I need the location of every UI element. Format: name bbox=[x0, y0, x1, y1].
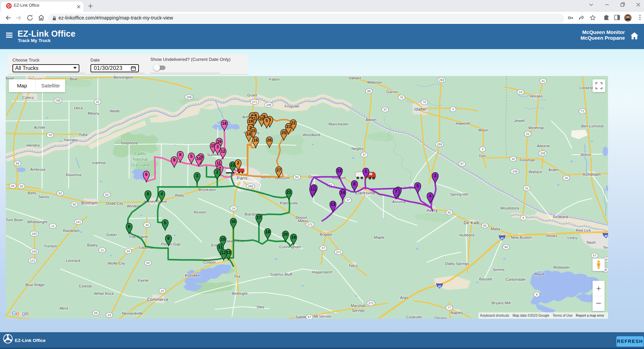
svg-text:Paris: Paris bbox=[237, 176, 248, 181]
svg-text:Alleene: Alleene bbox=[537, 144, 550, 148]
svg-text:22: 22 bbox=[291, 121, 296, 125]
svg-text:108: 108 bbox=[540, 152, 545, 155]
svg-text:3: 3 bbox=[452, 108, 454, 111]
svg-text:82: 82 bbox=[59, 192, 62, 195]
svg-text:Cookville: Cookville bbox=[406, 315, 422, 319]
svg-text:Hubbard: Hubbard bbox=[459, 233, 474, 237]
svg-text:Negley: Negley bbox=[351, 147, 364, 151]
svg-text:82: 82 bbox=[448, 211, 451, 214]
svg-text:Fallon: Fallon bbox=[269, 77, 279, 81]
svg-text:Blue: Blue bbox=[70, 77, 77, 81]
svg-text:Manchester: Manchester bbox=[329, 122, 349, 126]
svg-text:Frogville: Frogville bbox=[285, 104, 299, 108]
svg-text:White Rock: White Rock bbox=[94, 292, 114, 296]
svg-text:20: 20 bbox=[283, 232, 288, 237]
svg-text:3: 3 bbox=[217, 145, 219, 149]
svg-text:11: 11 bbox=[310, 187, 315, 192]
svg-text:1: 1 bbox=[365, 169, 367, 174]
svg-text:50: 50 bbox=[146, 261, 150, 265]
svg-text:30: 30 bbox=[604, 234, 608, 238]
svg-text:Valliant: Valliant bbox=[349, 76, 362, 80]
svg-text:16: 16 bbox=[231, 219, 236, 224]
svg-text:Wilton: Wilton bbox=[580, 153, 591, 157]
svg-text:Garvin: Garvin bbox=[386, 90, 398, 94]
svg-text:Bogata: Bogata bbox=[320, 232, 332, 236]
svg-text:Red Lick: Red Lick bbox=[576, 228, 591, 232]
svg-text:12: 12 bbox=[221, 250, 226, 255]
svg-text:70: 70 bbox=[400, 96, 403, 99]
svg-text:37: 37 bbox=[363, 153, 366, 156]
svg-text:17: 17 bbox=[257, 215, 261, 220]
svg-text:98: 98 bbox=[367, 89, 371, 93]
svg-text:Utica: Utica bbox=[74, 106, 83, 110]
svg-text:271: 271 bbox=[336, 250, 341, 254]
svg-text:Jewell: Jewell bbox=[514, 119, 525, 123]
svg-text:Sulphur Bluff: Sulphur Bluff bbox=[270, 272, 292, 276]
svg-text:259: 259 bbox=[437, 143, 442, 146]
svg-text:41: 41 bbox=[526, 132, 529, 135]
svg-text:271: 271 bbox=[368, 302, 373, 305]
svg-text:Bryans Mill: Bryans Mill bbox=[492, 301, 510, 305]
svg-text:18: 18 bbox=[222, 121, 227, 126]
svg-text:37: 37 bbox=[321, 246, 325, 250]
svg-text:Maud: Maud bbox=[535, 272, 544, 276]
svg-text:32: 32 bbox=[565, 176, 568, 180]
svg-text:271: 271 bbox=[252, 100, 257, 104]
svg-text:Malta: Malta bbox=[491, 227, 500, 231]
svg-text:9: 9 bbox=[173, 158, 176, 162]
svg-text:Haworth: Haworth bbox=[456, 121, 470, 125]
svg-text:Commerce: Commerce bbox=[147, 297, 168, 302]
svg-text:Klondike: Klondike bbox=[185, 273, 200, 277]
svg-text:Bailey: Bailey bbox=[87, 243, 98, 247]
svg-text:Foreman: Foreman bbox=[520, 158, 535, 162]
svg-text:23: 23 bbox=[286, 124, 291, 129]
svg-text:De Kalb: De Kalb bbox=[464, 221, 480, 225]
svg-text:87: 87 bbox=[460, 162, 464, 165]
svg-text:16: 16 bbox=[217, 139, 222, 144]
svg-text:30: 30 bbox=[500, 237, 504, 240]
svg-text:Idabel: Idabel bbox=[414, 107, 426, 112]
svg-text:8: 8 bbox=[353, 182, 356, 186]
svg-text:Woodstock: Woodstock bbox=[500, 206, 520, 210]
svg-text:22: 22 bbox=[96, 100, 99, 104]
svg-text:18: 18 bbox=[265, 230, 270, 234]
svg-text:Dodd City: Dodd City bbox=[106, 201, 123, 205]
svg-text:Bennington: Bennington bbox=[114, 76, 133, 79]
svg-text:69: 69 bbox=[16, 162, 19, 165]
svg-text:Redwater: Redwater bbox=[553, 265, 570, 269]
svg-text:30: 30 bbox=[438, 285, 441, 288]
svg-text:Celeste: Celeste bbox=[79, 284, 92, 288]
svg-text:82: 82 bbox=[105, 193, 109, 196]
svg-text:4: 4 bbox=[429, 194, 431, 198]
svg-text:Naples: Naples bbox=[451, 311, 463, 315]
svg-text:Whitewright: Whitewright bbox=[27, 220, 48, 224]
svg-text:26: 26 bbox=[267, 138, 272, 143]
svg-text:Yarnaby: Yarnaby bbox=[64, 138, 78, 142]
svg-text:11: 11 bbox=[216, 161, 221, 165]
svg-text:Bells: Bells bbox=[28, 191, 36, 195]
svg-text:Trenton: Trenton bbox=[44, 244, 57, 248]
svg-text:5: 5 bbox=[266, 118, 268, 123]
svg-text:Tom: Tom bbox=[479, 154, 486, 158]
svg-text:Omaha: Omaha bbox=[434, 316, 447, 319]
svg-text:Randolph: Randolph bbox=[63, 229, 79, 233]
svg-text:Talco: Talco bbox=[349, 264, 358, 268]
svg-text:109: 109 bbox=[266, 103, 271, 107]
svg-text:Grassland: Grassland bbox=[131, 163, 150, 167]
svg-text:Dike: Dike bbox=[257, 305, 264, 309]
svg-text:Nash: Nash bbox=[587, 240, 596, 244]
svg-text:Woodland: Woodland bbox=[303, 133, 320, 137]
svg-text:9: 9 bbox=[167, 236, 170, 241]
svg-text:71: 71 bbox=[581, 110, 584, 113]
svg-text:8: 8 bbox=[522, 216, 524, 220]
svg-text:19: 19 bbox=[291, 235, 296, 240]
svg-text:Blue Ridge: Blue Ridge bbox=[26, 283, 44, 287]
svg-text:Savoy: Savoy bbox=[38, 195, 49, 199]
svg-text:Caddo: Caddo bbox=[134, 151, 146, 156]
svg-text:56: 56 bbox=[11, 184, 14, 188]
svg-text:24: 24 bbox=[519, 90, 522, 94]
svg-text:11: 11 bbox=[51, 224, 54, 228]
svg-text:34: 34 bbox=[108, 313, 111, 317]
svg-text:21: 21 bbox=[287, 190, 291, 195]
svg-text:25: 25 bbox=[281, 130, 286, 135]
